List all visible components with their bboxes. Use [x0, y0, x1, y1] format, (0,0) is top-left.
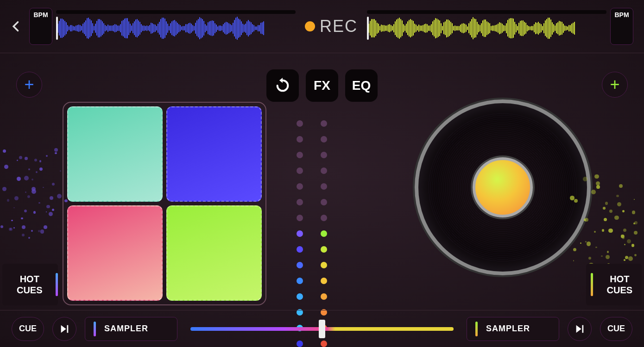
sampler-indicator [94, 322, 96, 336]
hot-cues-indicator [591, 273, 593, 296]
pad-2[interactable] [166, 106, 262, 202]
level-dot [321, 262, 327, 268]
record-icon [305, 21, 315, 31]
fx-button[interactable]: FX [306, 69, 338, 102]
level-dot [321, 167, 327, 174]
plus-icon: + [610, 76, 619, 93]
sampler-right-button[interactable]: SAMPLER [467, 317, 559, 341]
waveform-left[interactable] [56, 6, 296, 47]
bpm-left[interactable]: BPM [29, 8, 52, 45]
main-area: + + FX EQ HOT CUES HOT CUES [0, 53, 644, 310]
level-dot [297, 183, 303, 190]
level-dot [321, 246, 327, 253]
vinyl-label [473, 157, 533, 217]
record-button[interactable]: REC [305, 17, 358, 36]
hot-cues-left-button[interactable]: HOT CUES [2, 264, 58, 305]
pad-3[interactable] [67, 205, 163, 301]
progress-bar-right [367, 10, 606, 14]
sampler-left-button[interactable]: SAMPLER [85, 317, 177, 341]
crossfader-handle[interactable] [319, 320, 325, 338]
level-dot [297, 262, 303, 268]
plus-icon: + [24, 76, 34, 93]
level-dot [321, 152, 327, 158]
jog-wheel[interactable] [415, 99, 591, 275]
level-dot [297, 152, 303, 158]
add-track-right-button[interactable]: + [602, 72, 628, 98]
play-next-icon [59, 324, 69, 334]
loop-button[interactable] [266, 69, 299, 102]
level-dot [321, 120, 327, 127]
bpm-right[interactable]: BPM [610, 8, 633, 45]
back-button[interactable] [7, 17, 25, 36]
sampler-label: SAMPLER [104, 324, 148, 334]
splatter-decoration-right [570, 174, 644, 266]
level-dot [297, 278, 303, 284]
playhead-right[interactable] [367, 17, 369, 40]
add-track-left-button[interactable]: + [16, 72, 42, 98]
level-dot [297, 215, 303, 221]
center-controls: FX EQ [266, 69, 378, 102]
hot-cues-label: HOT CUES [598, 273, 642, 296]
level-dot [321, 183, 327, 190]
level-dot [297, 120, 303, 127]
level-dot [321, 136, 327, 143]
sampler-label: SAMPLER [486, 324, 530, 334]
level-dot [321, 215, 327, 221]
level-dot [321, 293, 327, 300]
pad-4[interactable] [166, 205, 262, 301]
level-dot [321, 278, 327, 284]
level-dot [297, 167, 303, 174]
level-dot [321, 199, 327, 205]
hot-cues-indicator [56, 273, 58, 296]
play-next-icon [575, 324, 585, 334]
level-dot [297, 136, 303, 143]
level-dot [297, 199, 303, 205]
waveform-right[interactable] [367, 6, 606, 47]
sample-pads [63, 102, 266, 305]
level-dot [321, 230, 327, 237]
play-left-button[interactable] [52, 317, 76, 341]
crossfader[interactable] [190, 320, 454, 338]
record-label: REC [320, 17, 358, 36]
cue-left-button[interactable]: CUE [12, 317, 44, 341]
hot-cues-right-button[interactable]: HOT CUES [586, 264, 642, 305]
splatter-decoration-left [0, 146, 74, 238]
play-right-button[interactable] [568, 317, 592, 341]
bottom-bar: CUE SAMPLER SAMPLER CUE [0, 310, 644, 347]
cue-right-button[interactable]: CUE [600, 317, 632, 341]
hot-cues-label: HOT CUES [8, 273, 51, 296]
playhead-left[interactable] [56, 17, 58, 40]
eq-button[interactable]: EQ [345, 69, 378, 102]
loop-icon [275, 78, 290, 93]
sampler-indicator [475, 322, 478, 336]
level-dot [297, 230, 303, 237]
level-dot [297, 246, 303, 253]
progress-bar-left [56, 10, 296, 14]
top-bar: BPM REC BPM [0, 0, 644, 53]
pad-1[interactable] [67, 106, 163, 202]
level-dot [297, 293, 303, 300]
chevron-left-icon [10, 20, 23, 33]
